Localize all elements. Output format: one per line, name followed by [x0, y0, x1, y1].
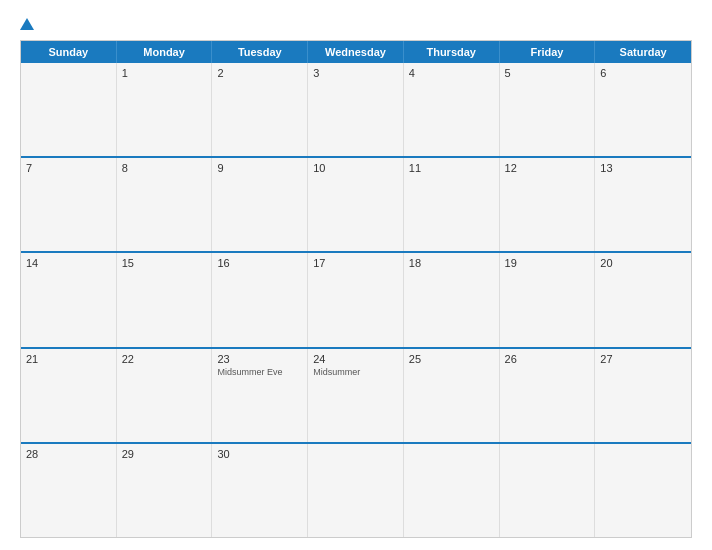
day-header-wednesday: Wednesday	[308, 41, 404, 63]
day-cell: 19	[500, 253, 596, 346]
day-number: 25	[409, 353, 494, 365]
day-cell: 24Midsummer	[308, 349, 404, 442]
day-cell: 14	[21, 253, 117, 346]
day-number: 21	[26, 353, 111, 365]
week-row-3: 14151617181920	[21, 251, 691, 346]
day-number: 14	[26, 257, 111, 269]
day-cell: 27	[595, 349, 691, 442]
day-number: 7	[26, 162, 111, 174]
day-header-sunday: Sunday	[21, 41, 117, 63]
day-number: 24	[313, 353, 398, 365]
week-row-2: 78910111213	[21, 156, 691, 251]
day-cell	[595, 444, 691, 537]
day-headers-row: SundayMondayTuesdayWednesdayThursdayFrid…	[21, 41, 691, 63]
day-number: 16	[217, 257, 302, 269]
day-cell: 21	[21, 349, 117, 442]
day-number: 6	[600, 67, 686, 79]
day-number: 28	[26, 448, 111, 460]
logo-blue-row	[20, 18, 36, 30]
day-cell: 28	[21, 444, 117, 537]
day-cell: 26	[500, 349, 596, 442]
day-header-friday: Friday	[500, 41, 596, 63]
day-number: 8	[122, 162, 207, 174]
day-number: 26	[505, 353, 590, 365]
day-cell: 18	[404, 253, 500, 346]
logo-triangle-icon	[20, 18, 34, 30]
day-number: 30	[217, 448, 302, 460]
day-cell	[500, 444, 596, 537]
header	[20, 18, 692, 30]
day-cell: 15	[117, 253, 213, 346]
day-cell	[21, 63, 117, 156]
day-cell: 29	[117, 444, 213, 537]
day-number: 12	[505, 162, 590, 174]
day-number: 1	[122, 67, 207, 79]
day-cell: 12	[500, 158, 596, 251]
day-cell: 10	[308, 158, 404, 251]
day-cell: 9	[212, 158, 308, 251]
event-label: Midsummer	[313, 367, 398, 379]
day-cell: 5	[500, 63, 596, 156]
day-header-monday: Monday	[117, 41, 213, 63]
logo	[20, 18, 36, 30]
day-number: 23	[217, 353, 302, 365]
day-cell: 2	[212, 63, 308, 156]
day-cell: 23Midsummer Eve	[212, 349, 308, 442]
event-label: Midsummer Eve	[217, 367, 302, 379]
day-cell: 30	[212, 444, 308, 537]
day-cell: 13	[595, 158, 691, 251]
calendar-page: SundayMondayTuesdayWednesdayThursdayFrid…	[0, 0, 712, 550]
day-number: 2	[217, 67, 302, 79]
day-cell: 1	[117, 63, 213, 156]
day-cell: 17	[308, 253, 404, 346]
day-number: 4	[409, 67, 494, 79]
day-number: 18	[409, 257, 494, 269]
day-number: 22	[122, 353, 207, 365]
day-header-tuesday: Tuesday	[212, 41, 308, 63]
day-number: 29	[122, 448, 207, 460]
day-cell: 3	[308, 63, 404, 156]
day-cell: 6	[595, 63, 691, 156]
day-cell: 22	[117, 349, 213, 442]
day-number: 10	[313, 162, 398, 174]
day-number: 27	[600, 353, 686, 365]
day-header-thursday: Thursday	[404, 41, 500, 63]
day-header-saturday: Saturday	[595, 41, 691, 63]
day-number: 19	[505, 257, 590, 269]
day-number: 5	[505, 67, 590, 79]
day-number: 15	[122, 257, 207, 269]
day-cell: 20	[595, 253, 691, 346]
day-number: 11	[409, 162, 494, 174]
weeks-container: 1234567891011121314151617181920212223Mid…	[21, 63, 691, 537]
day-cell	[404, 444, 500, 537]
day-cell: 16	[212, 253, 308, 346]
day-number: 20	[600, 257, 686, 269]
week-row-5: 282930	[21, 442, 691, 537]
day-number: 13	[600, 162, 686, 174]
day-cell: 11	[404, 158, 500, 251]
day-number: 3	[313, 67, 398, 79]
calendar-grid: SundayMondayTuesdayWednesdayThursdayFrid…	[20, 40, 692, 538]
day-cell: 8	[117, 158, 213, 251]
day-number: 9	[217, 162, 302, 174]
week-row-1: 123456	[21, 63, 691, 156]
day-cell: 7	[21, 158, 117, 251]
day-cell	[308, 444, 404, 537]
day-number: 17	[313, 257, 398, 269]
day-cell: 4	[404, 63, 500, 156]
week-row-4: 212223Midsummer Eve24Midsummer252627	[21, 347, 691, 442]
day-cell: 25	[404, 349, 500, 442]
